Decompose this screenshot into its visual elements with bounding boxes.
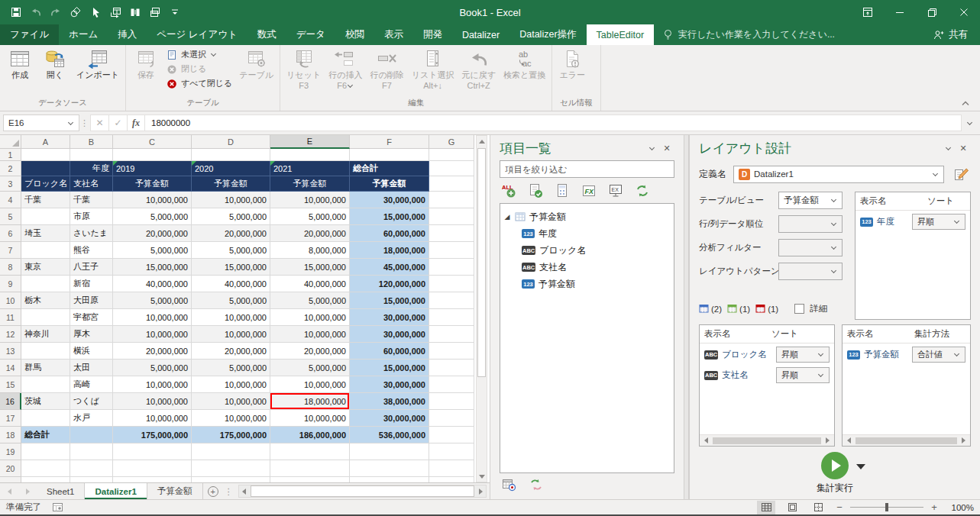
cell-C8[interactable]: 15,000,000 — [113, 259, 192, 276]
row-col-order-combo[interactable] — [778, 215, 843, 233]
aggregation-combo[interactable]: 合計値 — [912, 347, 965, 363]
list-select-button[interactable]: リスト選択Alt+↓ — [408, 46, 458, 98]
cell-E10[interactable]: 5,000,000 — [270, 292, 350, 309]
copy-sheet-icon[interactable] — [148, 6, 161, 18]
cell-G14[interactable] — [429, 360, 474, 376]
cell-G2[interactable] — [429, 161, 474, 176]
cell-A18[interactable]: 総合計 — [21, 427, 70, 443]
layout-pattern-combo[interactable] — [778, 263, 843, 280]
cell-F12[interactable]: 30,000,000 — [350, 326, 429, 343]
cell-C19[interactable] — [113, 443, 192, 460]
cell-A2[interactable] — [21, 161, 70, 176]
cell-B16[interactable]: つくば — [70, 393, 113, 410]
definition-combo[interactable]: D Datalizer1 — [733, 166, 944, 183]
cell-F20[interactable] — [350, 460, 429, 477]
undo-icon[interactable] — [29, 6, 42, 18]
row-header-1[interactable]: 1 — [0, 149, 21, 161]
cell-F3[interactable]: 予算金額 — [350, 176, 429, 192]
sheet-nav-left-icon[interactable] — [0, 483, 18, 499]
tree-item-field[interactable]: ABC支社名 — [503, 259, 671, 276]
page-layout-view-button[interactable] — [783, 501, 801, 514]
pane-close-icon[interactable]: ✕ — [956, 144, 971, 153]
select-all-corner[interactable] — [0, 135, 21, 149]
cell-F18[interactable]: 536,000,000 — [350, 427, 429, 443]
zoom-slider[interactable] — [850, 507, 923, 508]
sheet-nav-right-icon[interactable] — [18, 483, 37, 499]
cell-E9[interactable]: 40,000,000 — [270, 276, 350, 292]
zoom-slider-handle[interactable] — [885, 503, 888, 511]
cell-D17[interactable]: 10,000,000 — [192, 410, 270, 427]
refresh-icon[interactable] — [635, 183, 650, 198]
tab-data[interactable]: データ — [286, 24, 335, 45]
insert-row-button[interactable]: 行の挿入F6 — [325, 46, 366, 98]
table-settings-button[interactable]: テーブル — [235, 46, 277, 98]
cell-D10[interactable]: 5,000,000 — [192, 292, 270, 309]
insert-function-icon[interactable]: fx — [127, 114, 145, 131]
tab-datalizer[interactable]: Datalizer — [452, 24, 509, 45]
row-header-9[interactable]: 9 — [0, 276, 21, 292]
cell-B2[interactable]: 年度 — [70, 161, 113, 176]
pane-options-icon[interactable] — [644, 146, 659, 151]
cancel-icon[interactable]: ✕ — [90, 114, 108, 131]
tab-insert[interactable]: 挿入 — [108, 24, 147, 45]
unselected-dropdown[interactable]: 未選択 — [167, 49, 232, 60]
cell-F21[interactable] — [350, 477, 429, 482]
cell-D19[interactable] — [192, 443, 270, 460]
column-header-C[interactable]: C — [113, 135, 192, 149]
zoom-in-button[interactable]: + — [930, 501, 939, 513]
cell-E2[interactable]: 2021 — [270, 161, 350, 176]
find-replace-button[interactable]: abac検索と置換 — [500, 46, 549, 98]
column-header-D[interactable]: D — [192, 135, 270, 149]
cell-D8[interactable]: 15,000,000 — [192, 259, 270, 276]
cell-C4[interactable]: 10,000,000 — [113, 192, 192, 208]
column-header-F[interactable]: F — [350, 135, 429, 149]
row-header-16[interactable]: 16 — [0, 393, 21, 410]
cell-A21[interactable] — [21, 477, 70, 482]
cell-E18[interactable]: 186,000,000 — [270, 427, 350, 443]
cell-C12[interactable]: 10,000,000 — [113, 326, 192, 343]
cell-A10[interactable]: 栃木 — [21, 292, 70, 309]
sheet-tab-yosan-kingaku[interactable]: 予算金額 — [147, 483, 203, 499]
cell-B7[interactable]: 熊谷 — [70, 242, 113, 259]
split-column-icon[interactable] — [128, 6, 141, 18]
tab-home[interactable]: ホーム — [59, 24, 108, 45]
cell-F11[interactable]: 30,000,000 — [350, 309, 429, 326]
cell-E17[interactable]: 10,000,000 — [270, 410, 350, 427]
vertical-scrollbar-thumb[interactable] — [477, 148, 486, 377]
cell-G8[interactable] — [429, 259, 474, 276]
sync-icon[interactable] — [529, 477, 544, 492]
row-header-15[interactable]: 15 — [0, 376, 21, 393]
tree-item-field[interactable]: 123年度 — [503, 225, 671, 242]
monitor-ex-icon[interactable]: EX — [608, 183, 623, 198]
cell-C20[interactable] — [113, 460, 192, 477]
cursor-icon[interactable] — [89, 6, 102, 18]
close-all-button[interactable]: すべて閉じる — [167, 78, 232, 89]
cell-D20[interactable] — [192, 460, 270, 477]
cell-A14[interactable]: 群馬 — [21, 360, 70, 376]
import-button[interactable]: インポート — [73, 46, 123, 98]
cell-B21[interactable] — [70, 477, 113, 482]
cell-D14[interactable]: 5,000,000 — [192, 360, 270, 376]
analysis-filter-combo[interactable] — [778, 239, 843, 256]
formula-bar-expand-icon[interactable] — [962, 121, 977, 126]
cell-F14[interactable]: 15,000,000 — [350, 360, 429, 376]
new-sheet-button[interactable]: + — [203, 483, 223, 499]
cell-E1[interactable] — [270, 149, 350, 161]
tab-formulas[interactable]: 数式 — [247, 24, 286, 45]
row-header-3[interactable]: 3 — [0, 176, 21, 192]
scroll-left-icon[interactable] — [239, 486, 249, 497]
cell-D1[interactable] — [192, 149, 270, 161]
cell-B20[interactable] — [70, 460, 113, 477]
cell-G16[interactable] — [429, 393, 474, 410]
cell-F19[interactable] — [350, 443, 429, 460]
cell-E8[interactable]: 15,000,000 — [270, 259, 350, 276]
row-header-11[interactable]: 11 — [0, 309, 21, 326]
cell-D6[interactable]: 20,000,000 — [192, 225, 270, 242]
cell-G20[interactable] — [429, 460, 474, 477]
row-header-8[interactable]: 8 — [0, 259, 21, 276]
cell-A4[interactable]: 千葉 — [21, 192, 70, 208]
cell-B13[interactable]: 横浜 — [70, 343, 113, 360]
cell-F15[interactable]: 30,000,000 — [350, 376, 429, 393]
cell-C14[interactable]: 5,000,000 — [113, 360, 192, 376]
cell-E12[interactable]: 10,000,000 — [270, 326, 350, 343]
